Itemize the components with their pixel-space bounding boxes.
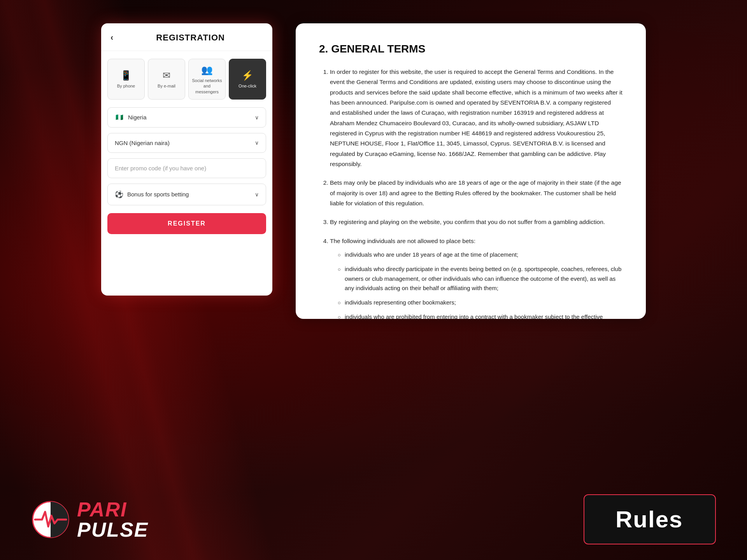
bonus-label: Bonus for sports betting xyxy=(127,191,189,198)
logo-container: PARI PULSE xyxy=(31,499,148,540)
country-selector[interactable]: 🇳🇬 Nigeria ∨ xyxy=(107,107,266,128)
rule-item-2: Bets may only be placed by individuals w… xyxy=(330,178,622,208)
promo-placeholder: Enter promo code (if you have one) xyxy=(115,165,206,172)
rule-item-4: The following individuals are not allowe… xyxy=(330,236,622,319)
tab-oneclick-label: One-click xyxy=(238,83,256,89)
tab-by-email[interactable]: ✉ By e-mail xyxy=(148,59,185,100)
registration-panel: ‹ REGISTRATION 📱 By phone ✉ By e-mail 👥 … xyxy=(101,23,272,296)
rules-badge: Rules xyxy=(584,494,716,544)
rule-4-sub-4-text: individuals who are prohibited from ente… xyxy=(345,313,603,319)
registration-header: ‹ REGISTRATION xyxy=(101,23,272,51)
tab-phone-label: By phone xyxy=(117,83,135,89)
content-wrapper: ‹ REGISTRATION 📱 By phone ✉ By e-mail 👥 … xyxy=(0,0,747,560)
oneclick-icon: ⚡ xyxy=(242,70,253,81)
country-chevron-icon: ∨ xyxy=(255,114,259,121)
rule-4-sub-1: individuals who are under 18 years of ag… xyxy=(338,250,622,260)
tab-by-phone[interactable]: 📱 By phone xyxy=(107,59,145,100)
logo-icon xyxy=(31,500,70,539)
country-label: Nigeria xyxy=(128,114,147,121)
rule-4-sub-2: individuals who directly participate in … xyxy=(338,264,622,293)
currency-field-left: NGN (Nigerian naira) xyxy=(115,140,170,146)
back-button[interactable]: ‹ xyxy=(110,33,113,43)
currency-chevron-icon: ∨ xyxy=(255,140,259,146)
registration-tabs: 📱 By phone ✉ By e-mail 👥 Social networks… xyxy=(107,59,266,100)
logo-pari: PARI xyxy=(77,499,148,520)
rule-2-text: Bets may only be placed by individuals w… xyxy=(330,179,621,206)
bonus-chevron-icon: ∨ xyxy=(255,191,259,198)
logo-text: PARI PULSE xyxy=(77,499,148,540)
bonus-selector[interactable]: ⚽ Bonus for sports betting ∨ xyxy=(107,184,266,205)
soccer-ball-icon: ⚽ xyxy=(115,190,123,199)
rules-panel: 2. GENERAL TERMS In order to register fo… xyxy=(296,23,646,319)
register-button[interactable]: REGISTER xyxy=(107,213,266,234)
rule-4-sub-3: individuals representing other bookmaker… xyxy=(338,298,622,308)
rule-item-1: In order to register for this website, t… xyxy=(330,67,622,169)
rule-4-sub-1-text: individuals who are under 18 years of ag… xyxy=(345,251,518,258)
rule-item-3: By registering and playing on the websit… xyxy=(330,217,622,227)
rule-4-sublist: individuals who are under 18 years of ag… xyxy=(330,250,622,319)
bonus-field-left: ⚽ Bonus for sports betting xyxy=(115,190,189,199)
promo-code-field[interactable]: Enter promo code (if you have one) xyxy=(107,158,266,178)
registration-title: REGISTRATION xyxy=(118,33,263,43)
tab-social[interactable]: 👥 Social networks and messengers xyxy=(188,59,226,100)
logo-pulse: PULSE xyxy=(77,520,148,540)
registration-form: 🇳🇬 Nigeria ∨ NGN (Nigerian naira) ∨ Ente… xyxy=(101,100,272,205)
currency-label: NGN (Nigerian naira) xyxy=(115,140,170,146)
phone-icon: 📱 xyxy=(120,70,132,81)
email-icon: ✉ xyxy=(163,70,170,81)
tab-social-label: Social networks and messengers xyxy=(192,78,222,94)
rules-title: 2. GENERAL TERMS xyxy=(319,43,622,55)
rule-3-text: By registering and playing on the websit… xyxy=(330,219,605,225)
rules-list: In order to register for this website, t… xyxy=(319,67,622,319)
rule-4-sub-3-text: individuals representing other bookmaker… xyxy=(345,299,456,306)
country-field-left: 🇳🇬 Nigeria xyxy=(115,114,147,121)
rule-4-sub-2-text: individuals who directly participate in … xyxy=(345,266,621,292)
bottom-section: PARI PULSE Rules xyxy=(0,494,747,544)
currency-selector[interactable]: NGN (Nigerian naira) ∨ xyxy=(107,133,266,153)
rules-badge-text: Rules xyxy=(615,506,683,532)
rule-4-sub-4: individuals who are prohibited from ente… xyxy=(338,312,622,319)
rule-4-text: The following individuals are not allowe… xyxy=(330,238,475,244)
tab-email-label: By e-mail xyxy=(158,83,175,89)
nigeria-flag-icon: 🇳🇬 xyxy=(115,114,124,121)
rule-1-text: In order to register for this website, t… xyxy=(330,68,622,167)
social-icon: 👥 xyxy=(201,65,213,75)
tab-oneclick[interactable]: ⚡ One-click xyxy=(229,59,266,100)
